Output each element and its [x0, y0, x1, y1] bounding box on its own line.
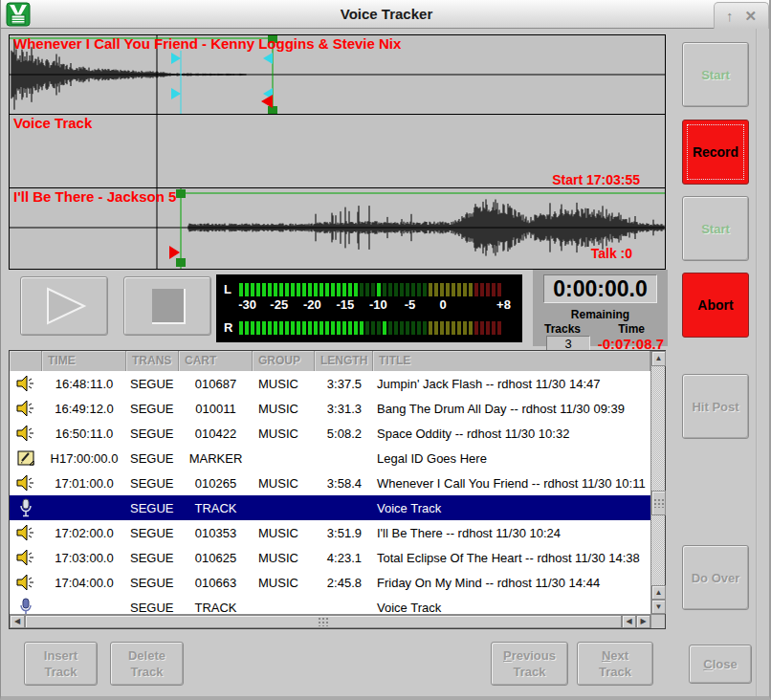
meter-left-label: L: [224, 282, 239, 296]
start-button[interactable]: Start: [682, 42, 749, 107]
track3-start-marker-icon[interactable]: [169, 246, 180, 259]
scrollbar-corner: [650, 614, 665, 628]
thumb-grip: [318, 617, 329, 626]
close-icon[interactable]: ✕: [744, 9, 757, 23]
log-row[interactable]: SEGUETRACKVoice Track: [10, 495, 650, 520]
meter-segment: [365, 283, 369, 296]
track1-fade-handle-top-icon[interactable]: [263, 53, 273, 64]
close-button[interactable]: Close: [689, 645, 752, 684]
waveform-track-1[interactable]: Whenever I Call You Friend - Kenny Loggi…: [10, 35, 665, 115]
track3-title: I'll Be There - Jackson 5: [13, 188, 176, 205]
scroll-up2-icon[interactable]: ▲: [651, 585, 666, 600]
log-row[interactable]: H17:00:00.0SEGUEMARKERLegal ID Goes Here: [10, 446, 650, 470]
meter-segment: [348, 321, 352, 335]
meter-segment: [383, 321, 386, 335]
log-cell: 3:51.9: [315, 526, 373, 540]
scroll-up-icon[interactable]: ▲: [651, 351, 666, 366]
meter-scale-label: -30: [238, 297, 256, 312]
speaker-icon: [10, 524, 42, 541]
log-cell: 3:58.4: [315, 476, 373, 491]
log-cell: SEGUE: [126, 526, 179, 540]
log-row[interactable]: 17:03:00.0SEGUE010625MUSIC4:23.1Total Ec…: [10, 545, 650, 570]
elapsed-time-display: 0:00:00.0: [543, 274, 657, 303]
shade-icon[interactable]: ↑: [726, 9, 734, 23]
meter-segment: [308, 283, 312, 296]
do-over-button[interactable]: Do Over: [682, 545, 749, 610]
play-button[interactable]: [20, 276, 108, 336]
log-row[interactable]: 16:50:11.0SEGUE010422MUSIC5:08.2Space Od…: [10, 421, 650, 446]
button-label: Next: [602, 647, 628, 664]
log-cell: Whenever I Call You Friend -- rdhost 11/…: [373, 476, 650, 491]
scroll-right-icon[interactable]: ▶: [636, 615, 650, 628]
scroll-down-icon[interactable]: ▼: [651, 600, 666, 614]
waveform-track-2[interactable]: Voice Track Start 17:03:55: [10, 115, 665, 188]
titlebar-buttons: ↑ ✕: [714, 2, 769, 29]
meter-segment: [279, 321, 283, 335]
track3-start-handle-bottom-icon[interactable]: [176, 258, 186, 267]
log-cell: SEGUE: [126, 427, 179, 441]
log-cell: Voice Track: [373, 601, 650, 615]
stop-button[interactable]: [123, 276, 211, 336]
log-cell: MUSIC: [253, 576, 315, 590]
track1-segue-handle-top-icon[interactable]: [171, 53, 181, 64]
waveform-track-3[interactable]: I'll Be There - Jackson 5 Talk :0: [10, 188, 665, 270]
right-groove: [756, 29, 758, 700]
record-button[interactable]: Record: [682, 120, 749, 185]
previous-track-button[interactable]: PreviousTrack: [491, 642, 568, 686]
meter-segment: [331, 283, 335, 296]
meter-segment: [417, 283, 421, 296]
log-table-body: 16:48:11.0SEGUE010687MUSIC3:37.5Jumpin' …: [10, 371, 650, 616]
vertical-scrollbar[interactable]: ▲ ▲ ▼: [650, 351, 665, 628]
log-row[interactable]: 16:48:11.0SEGUE010687MUSIC3:37.5Jumpin' …: [10, 371, 650, 396]
track2-title: Voice Track: [13, 115, 92, 131]
log-row[interactable]: 16:49:12.0SEGUE010011MUSIC3:31.3Bang The…: [10, 396, 650, 421]
titlebar[interactable]: Voice Tracker ↑ ✕: [1, 0, 771, 29]
log-row[interactable]: 17:04:00.0SEGUE010663MUSIC2:45.8Friday O…: [10, 570, 650, 595]
meter-scale-label: -10: [369, 297, 387, 312]
meter-segment: [457, 283, 461, 296]
log-cell: 010353: [179, 526, 253, 540]
next-track-button[interactable]: NextTrack: [577, 642, 653, 686]
hit-post-button[interactable]: Hit Post: [682, 374, 749, 439]
button-label: Close: [703, 656, 737, 672]
horizontal-scroll-thumb[interactable]: [25, 615, 622, 628]
log-cell: MARKER: [179, 451, 253, 466]
stop-square-icon: [152, 289, 185, 323]
button-label: Track: [514, 664, 546, 680]
scroll-left-icon[interactable]: ◀: [10, 615, 25, 628]
log-row[interactable]: SEGUETRACKVoice Track: [10, 595, 650, 616]
horizontal-scrollbar[interactable]: ◀ ◀ ▶: [10, 614, 650, 628]
log-cell: 16:48:11.0: [42, 377, 126, 391]
track1-end-marker-icon[interactable]: [261, 95, 273, 108]
log-cell: Voice Track: [373, 501, 650, 515]
log-cell: 3:31.3: [315, 402, 373, 416]
meter-segment: [342, 283, 346, 296]
abort-button[interactable]: Abort: [682, 273, 749, 338]
vertical-scroll-thumb[interactable]: [651, 491, 666, 515]
meter-segment: [302, 283, 306, 296]
meter-segment: [314, 283, 318, 296]
log-table: TIMETRANSCARTGROUPLENGTHTITLE 16:48:11.0…: [9, 350, 666, 629]
meter-scale-label: -20: [303, 297, 321, 312]
log-cell: 010265: [179, 476, 253, 491]
log-cell: 010687: [179, 377, 253, 391]
meter-segment: [440, 283, 444, 296]
meter-segment: [239, 321, 243, 335]
insert-track-button[interactable]: InsertTrack: [24, 642, 98, 686]
meter-segment: [434, 283, 438, 296]
scroll-left2-icon[interactable]: ◀: [622, 615, 636, 628]
log-row[interactable]: 17:01:00.0SEGUE010265MUSIC3:58.4Whenever…: [10, 470, 650, 495]
meter-segment: [342, 321, 346, 335]
track1-segue-handle-bottom-icon[interactable]: [171, 88, 181, 99]
meter-segment: [308, 321, 312, 335]
meter-segment: [256, 321, 260, 335]
remaining-time-label: Time: [618, 322, 645, 336]
log-row[interactable]: 17:02:00.0SEGUE010353MUSIC3:51.9I'll Be …: [10, 520, 650, 545]
start-button[interactable]: Start: [682, 196, 749, 261]
track3-start-handle-top-icon[interactable]: [176, 189, 186, 198]
meter-segment: [325, 283, 329, 296]
meter-segment: [440, 321, 444, 335]
log-cell: Friday On My Mind -- rdhost 11/30 14:44: [373, 576, 650, 590]
waveform-panel: Whenever I Call You Friend - Kenny Loggi…: [9, 34, 666, 270]
delete-track-button[interactable]: DeleteTrack: [110, 642, 184, 686]
